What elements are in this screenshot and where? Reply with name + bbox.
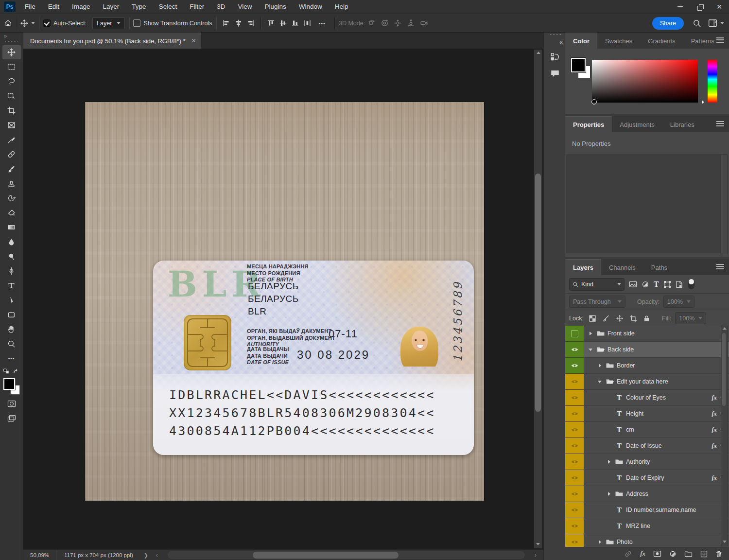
filter-shape-layers-icon[interactable] <box>663 280 671 288</box>
fill-field[interactable]: 100% <box>675 312 706 324</box>
tab-properties[interactable]: Properties <box>565 116 612 132</box>
layers-scroll-thumb[interactable] <box>722 333 726 406</box>
filter-adjustment-layers-icon[interactable] <box>642 280 649 288</box>
align-top-icon[interactable] <box>267 19 275 27</box>
scroll-down-icon[interactable] <box>536 543 540 545</box>
move-tool-button[interactable] <box>2 45 21 59</box>
layer-row-address[interactable]: Address <box>565 486 729 502</box>
panel-menu-icon[interactable] <box>716 264 724 269</box>
layer-row-cm[interactable]: Tcmfx <box>565 422 729 438</box>
toolbar-collapse-icon[interactable]: » <box>0 33 23 39</box>
layers-scrollbar[interactable] <box>721 326 728 546</box>
document-close-icon[interactable]: ✕ <box>191 37 196 44</box>
blend-mode-dropdown[interactable]: Pass Through <box>569 296 625 308</box>
show-transform-checkbox[interactable]: Show Transform Controls <box>133 19 212 27</box>
layer-row-photo[interactable]: Photo <box>565 534 729 547</box>
color-saturation-field[interactable] <box>592 60 698 103</box>
crop-tool-button[interactable] <box>2 104 21 118</box>
hscroll-right-icon[interactable]: › <box>535 552 537 559</box>
scroll-down-icon[interactable] <box>723 541 727 543</box>
zoom-tool-button[interactable] <box>2 337 21 351</box>
type-tool-button[interactable] <box>2 279 21 293</box>
menu-item-help[interactable]: Help <box>329 0 355 14</box>
foreground-background-swatches[interactable] <box>3 378 20 395</box>
color-foreground-swatch[interactable] <box>571 58 586 72</box>
menu-item-file[interactable]: File <box>18 0 42 14</box>
spot-healing-tool-button[interactable] <box>2 147 21 161</box>
layer-visibility-toggle[interactable] <box>565 438 584 454</box>
layer-row-edit-your-data-here[interactable]: Edit your data here <box>565 374 729 390</box>
layer-fx-badge[interactable]: fx <box>712 442 717 450</box>
brush-tool-button[interactable] <box>2 162 21 176</box>
layer-fx-badge[interactable]: fx <box>712 474 717 482</box>
canvas-horizontal-scrollbar[interactable] <box>168 551 525 559</box>
layer-visibility-toggle[interactable] <box>565 486 584 502</box>
expand-panels-icon[interactable]: « <box>544 38 566 49</box>
tab-libraries[interactable]: Libraries <box>662 117 702 132</box>
menu-item-edit[interactable]: Edit <box>42 0 66 14</box>
hand-tool-button[interactable] <box>2 322 21 336</box>
filter-toggle-switch[interactable] <box>688 279 694 289</box>
tab-swatches[interactable]: Swatches <box>597 33 640 49</box>
collapse-group-icon[interactable] <box>589 349 592 351</box>
delete-layer-icon[interactable] <box>715 550 722 558</box>
clone-stamp-tool-button[interactable] <box>2 176 21 191</box>
layer-row-id-number-surname-name[interactable]: TID number,surname,name <box>565 502 729 518</box>
layer-row-colour-of-eyes[interactable]: TColour of Eyesfx <box>565 390 729 406</box>
layer-fx-badge[interactable]: fx <box>712 426 717 434</box>
vertical-scroll-thumb[interactable] <box>535 174 541 412</box>
status-expander-icon[interactable]: ❯ <box>144 552 148 559</box>
layer-visibility-toggle[interactable] <box>565 406 584 421</box>
close-button[interactable]: ✕ <box>710 0 729 14</box>
canvas-area[interactable]: BLR МЕСЦА НАРАДЖЭННЯ МЕСТО РОЖДЕНИЯ PLAC… <box>23 49 543 549</box>
layer-fx-badge[interactable]: fx <box>712 410 717 418</box>
more-options-icon[interactable]: ••• <box>318 20 326 26</box>
link-layers-icon[interactable] <box>624 550 632 558</box>
home-button[interactable] <box>4 19 12 27</box>
expand-group-icon[interactable] <box>608 492 610 496</box>
zoom-level-field[interactable]: 50,09% <box>23 550 56 560</box>
layer-style-icon[interactable]: fx <box>640 550 645 558</box>
foreground-color-swatch[interactable] <box>3 378 15 390</box>
minimize-button[interactable] <box>671 0 690 14</box>
pen-tool-button[interactable] <box>2 264 21 278</box>
new-layer-icon[interactable] <box>700 550 708 558</box>
marquee-tool-button[interactable] <box>2 60 21 74</box>
menu-item-select[interactable]: Select <box>153 0 184 14</box>
layer-row-border[interactable]: Border <box>565 358 729 374</box>
tab-layers[interactable]: Layers <box>565 259 601 275</box>
layer-visibility-toggle[interactable] <box>565 358 584 373</box>
new-adjustment-layer-icon[interactable] <box>669 550 677 558</box>
align-bottom-icon[interactable] <box>292 19 299 27</box>
default-colors-icon[interactable] <box>3 368 10 374</box>
lasso-tool-button[interactable] <box>2 74 21 88</box>
canvas-vertical-scrollbar[interactable] <box>534 50 542 548</box>
gradient-tool-button[interactable] <box>2 220 21 234</box>
tab-gradients[interactable]: Gradients <box>640 33 683 49</box>
menu-item-3d[interactable]: 3D <box>210 0 231 14</box>
lock-position-icon[interactable] <box>616 315 623 322</box>
layer-visibility-toggle[interactable] <box>565 470 584 486</box>
panel-menu-icon[interactable] <box>716 37 724 43</box>
layer-row-mrz-line[interactable]: TMRZ line <box>565 518 729 534</box>
lock-artboard-icon[interactable] <box>630 315 637 322</box>
dock-grip[interactable] <box>549 34 561 35</box>
toolbar-grip[interactable] <box>5 41 18 42</box>
color-field-cursor[interactable] <box>591 99 597 105</box>
layer-row-back-side[interactable]: Back side <box>565 342 729 358</box>
object-selection-tool-button[interactable] <box>2 89 21 103</box>
swap-colors-icon[interactable] <box>13 368 19 374</box>
history-panel-button[interactable] <box>544 49 566 65</box>
layer-visibility-toggle[interactable] <box>565 342 584 357</box>
align-right-icon[interactable] <box>247 19 254 27</box>
menu-item-type[interactable]: Type <box>125 0 152 14</box>
tab-adjustments[interactable]: Adjustments <box>612 117 662 132</box>
layer-visibility-toggle[interactable] <box>565 518 584 534</box>
share-button[interactable]: Share <box>652 17 684 30</box>
lock-transparency-icon[interactable] <box>589 315 596 322</box>
layer-visibility-toggle[interactable] <box>565 422 584 438</box>
layer-row-front-side[interactable]: Front side <box>565 326 729 342</box>
layer-visibility-toggle[interactable] <box>565 326 584 341</box>
quick-mask-button[interactable] <box>2 397 21 411</box>
add-mask-icon[interactable] <box>653 550 661 557</box>
